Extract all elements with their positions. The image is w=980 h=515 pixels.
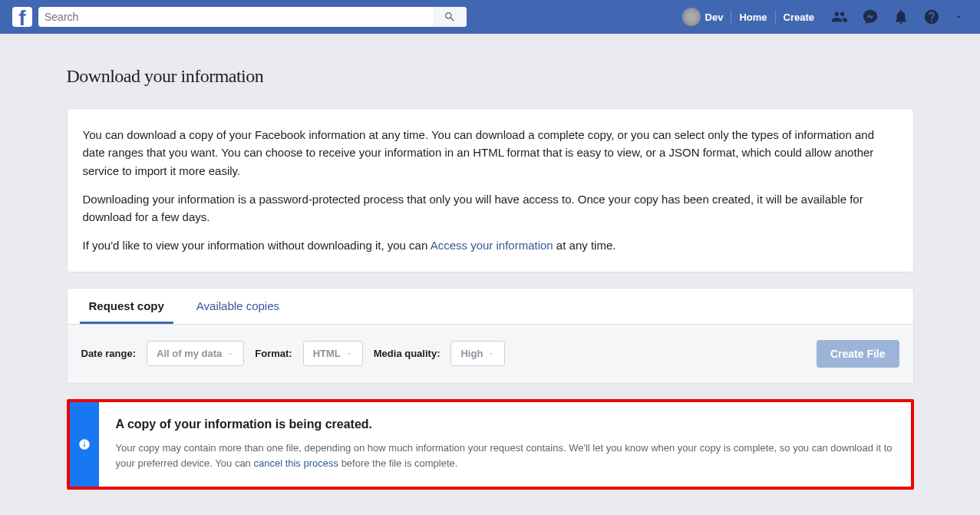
nav-create[interactable]: Create bbox=[776, 12, 822, 23]
search-icon bbox=[444, 11, 456, 23]
help-icon[interactable] bbox=[919, 4, 945, 30]
format-label: Format: bbox=[255, 348, 292, 359]
notifications-icon[interactable] bbox=[888, 4, 914, 30]
profile-name: Dev bbox=[705, 12, 724, 23]
avatar bbox=[682, 8, 701, 26]
info-icon bbox=[78, 438, 91, 451]
media-quality-label: Media quality: bbox=[374, 348, 441, 359]
tabs: Request copy Available copies bbox=[68, 289, 913, 325]
page-title: Download your information bbox=[67, 66, 914, 87]
request-card: Request copy Available copies Date range… bbox=[67, 288, 914, 384]
intro-paragraph-2: Downloading your information is a passwo… bbox=[83, 190, 898, 226]
intro-card: You can download a copy of your Facebook… bbox=[67, 108, 914, 272]
controls-row: Date range: All of my data Format: HTML … bbox=[68, 325, 913, 383]
search-button[interactable] bbox=[433, 7, 467, 27]
profile-link[interactable]: Dev bbox=[675, 8, 731, 26]
format-select[interactable]: HTML bbox=[303, 341, 363, 366]
topbar: f Dev Home Create bbox=[0, 0, 980, 34]
create-file-button[interactable]: Create File bbox=[817, 340, 899, 368]
chevron-down-icon bbox=[487, 350, 495, 358]
access-info-link[interactable]: Access your information bbox=[431, 239, 553, 252]
intro-paragraph-1: You can download a copy of your Facebook… bbox=[83, 126, 898, 180]
nav-home[interactable]: Home bbox=[731, 12, 774, 23]
intro-paragraph-3: If you'd like to view your information w… bbox=[83, 236, 898, 254]
friends-icon[interactable] bbox=[827, 4, 853, 30]
search-wrap bbox=[38, 7, 467, 27]
facebook-logo[interactable]: f bbox=[12, 7, 32, 27]
tab-request-copy[interactable]: Request copy bbox=[80, 289, 173, 324]
search-input[interactable] bbox=[38, 7, 467, 27]
date-range-label: Date range: bbox=[81, 348, 137, 359]
notification-text: Your copy may contain more than one file… bbox=[116, 441, 894, 471]
notification-sidebar bbox=[70, 402, 99, 487]
main-container: Download your information You can downlo… bbox=[67, 34, 914, 490]
notification-box: A copy of your information is being crea… bbox=[67, 399, 914, 490]
date-range-select[interactable]: All of my data bbox=[147, 341, 244, 366]
media-quality-select[interactable]: High bbox=[450, 341, 505, 366]
chevron-down-icon bbox=[226, 350, 234, 358]
chevron-down-icon bbox=[345, 350, 353, 358]
notification-body: A copy of your information is being crea… bbox=[99, 402, 911, 487]
messenger-icon[interactable] bbox=[857, 4, 883, 30]
tab-available-copies[interactable]: Available copies bbox=[187, 289, 289, 324]
notification-title: A copy of your information is being crea… bbox=[116, 418, 894, 431]
dropdown-icon[interactable] bbox=[949, 4, 968, 30]
topbar-right: Dev Home Create bbox=[675, 4, 968, 30]
cancel-process-link[interactable]: cancel this process bbox=[253, 457, 338, 469]
